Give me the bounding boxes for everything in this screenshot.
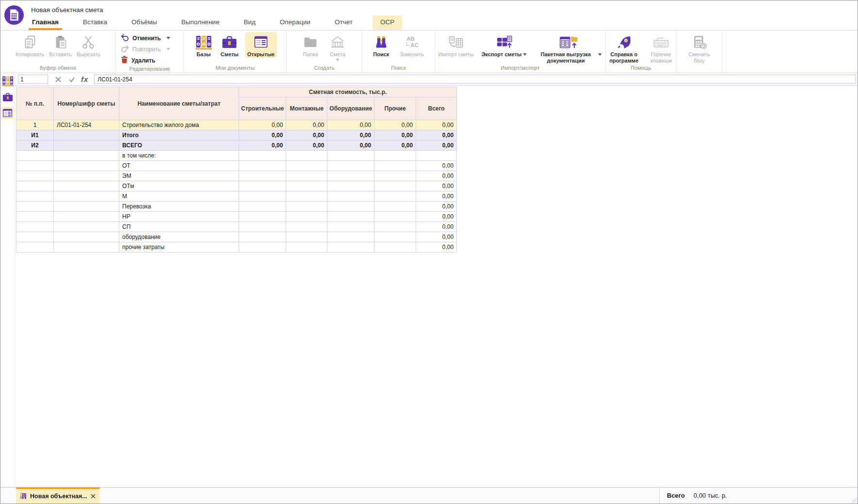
grid-cell[interactable] bbox=[54, 222, 119, 232]
grid-cell[interactable]: оборудование bbox=[119, 232, 239, 242]
grid-cell[interactable]: 0,00 bbox=[416, 222, 457, 232]
grid-cell[interactable] bbox=[239, 212, 286, 222]
undo-button[interactable]: Отменить bbox=[121, 33, 178, 43]
tab-osr[interactable]: ОСР bbox=[372, 16, 402, 30]
grid-cell[interactable]: 0,00 bbox=[416, 141, 457, 151]
formula-input[interactable] bbox=[94, 75, 856, 84]
grid-cell[interactable]: 0,00 bbox=[416, 232, 457, 242]
grid-cell[interactable] bbox=[54, 181, 119, 191]
batch-export-caret-icon[interactable] bbox=[598, 53, 602, 56]
hotkeys-button[interactable]: Горячие клавиши bbox=[646, 32, 676, 64]
delete-button[interactable]: Удалить bbox=[121, 56, 178, 65]
grid-cell[interactable] bbox=[327, 161, 374, 171]
grid-cell[interactable]: 0,00 bbox=[416, 171, 457, 181]
grid-cell[interactable] bbox=[239, 202, 286, 212]
grid-cell[interactable] bbox=[374, 242, 416, 252]
grid-cell[interactable]: 0,00 bbox=[416, 202, 457, 212]
grid-cell[interactable] bbox=[16, 222, 54, 232]
grid-cell[interactable] bbox=[327, 212, 374, 222]
grid-cell[interactable]: 0,00 bbox=[327, 141, 374, 151]
grid-cell[interactable] bbox=[327, 222, 374, 232]
grid-cell[interactable] bbox=[286, 161, 327, 171]
grid-cell[interactable]: СП bbox=[119, 222, 239, 232]
grid-cell[interactable] bbox=[54, 232, 119, 242]
grid-cell[interactable]: 0,00 bbox=[239, 120, 286, 130]
grid-cell[interactable]: 0,00 bbox=[416, 161, 457, 171]
copy-button[interactable]: Копировать bbox=[13, 32, 47, 58]
grid-cell[interactable]: Итого bbox=[119, 130, 239, 141]
grid-cell[interactable]: в том числе: bbox=[119, 151, 239, 161]
grid-cell[interactable]: ЛС01-01-254 bbox=[54, 120, 119, 130]
grid-cell[interactable] bbox=[16, 212, 54, 222]
grid-cell[interactable] bbox=[239, 181, 286, 191]
grid-cell[interactable] bbox=[54, 202, 119, 212]
grid-cell[interactable]: 0,00 bbox=[374, 120, 416, 130]
grid-cell[interactable] bbox=[54, 151, 119, 161]
grid-cell[interactable] bbox=[327, 181, 374, 191]
grid-cell[interactable]: 0,00 bbox=[327, 120, 374, 130]
grid-cell[interactable] bbox=[16, 232, 54, 242]
redo-button[interactable]: Повторить bbox=[121, 45, 178, 54]
replace-button[interactable]: ABAC Заменить bbox=[397, 32, 426, 58]
tab-vstavka[interactable]: Вставка bbox=[79, 16, 112, 30]
new-estimate-button[interactable]: Смета bbox=[327, 32, 348, 61]
grid-cell[interactable]: 0,00 bbox=[416, 120, 457, 130]
sidebar-bases-icon[interactable] bbox=[1, 75, 14, 87]
grid-cell[interactable]: 0,00 bbox=[327, 130, 374, 141]
grid-cell[interactable] bbox=[286, 242, 327, 252]
change-db-button[interactable]: Сменить базу bbox=[684, 32, 715, 64]
grid-cell[interactable] bbox=[286, 202, 327, 212]
grid-cell[interactable] bbox=[374, 161, 416, 171]
cut-button[interactable]: Вырезать bbox=[74, 32, 103, 58]
estimates-button[interactable]: Сметы bbox=[218, 32, 241, 58]
about-button[interactable]: Справка о программе bbox=[606, 32, 642, 64]
grid-cell[interactable]: Строительство жилого дома bbox=[119, 120, 239, 130]
undo-dropdown-caret-icon[interactable] bbox=[166, 37, 170, 39]
export-estimate-button[interactable]: Экспорт сметы bbox=[479, 32, 530, 58]
grid-cell[interactable]: М bbox=[119, 191, 239, 202]
search-button[interactable]: Поиск bbox=[371, 32, 391, 58]
function-icon[interactable]: fx bbox=[81, 75, 88, 83]
tab-vypolnenie[interactable]: Выполнение bbox=[177, 16, 224, 30]
new-estimate-caret-icon[interactable] bbox=[336, 59, 340, 61]
grid-cell[interactable]: 0,00 bbox=[416, 191, 457, 202]
grid-cell[interactable] bbox=[54, 212, 119, 222]
sidebar-estimates-icon[interactable] bbox=[1, 91, 14, 103]
grid-cell[interactable] bbox=[239, 161, 286, 171]
grid-cell[interactable] bbox=[327, 171, 374, 181]
grid-cell[interactable] bbox=[16, 151, 54, 161]
confirm-entry-icon[interactable] bbox=[68, 76, 75, 83]
grid-cell[interactable] bbox=[239, 191, 286, 202]
grid-cell[interactable]: 0,00 bbox=[239, 141, 286, 151]
sidebar-opened-icon[interactable] bbox=[1, 107, 14, 119]
grid-cell[interactable] bbox=[286, 191, 327, 202]
grid-cell[interactable] bbox=[327, 232, 374, 242]
grid-cell[interactable] bbox=[54, 141, 119, 151]
grid-cell[interactable] bbox=[286, 222, 327, 232]
grid-cell[interactable] bbox=[286, 212, 327, 222]
redo-dropdown-caret-icon[interactable] bbox=[166, 48, 170, 50]
resize-grip[interactable] bbox=[852, 498, 857, 503]
grid-cell[interactable]: прочие затраты bbox=[119, 242, 239, 252]
grid-cell[interactable]: ВСЕГО bbox=[119, 141, 239, 151]
grid-cell[interactable] bbox=[374, 151, 416, 161]
grid-cell[interactable] bbox=[239, 171, 286, 181]
grid-cell[interactable]: ЭМ bbox=[119, 171, 239, 181]
grid-cell[interactable] bbox=[239, 232, 286, 242]
grid-cell[interactable] bbox=[16, 161, 54, 171]
tab-otchet[interactable]: Отчет bbox=[330, 16, 357, 30]
document-tab[interactable]: Новая объектная... bbox=[16, 488, 99, 504]
grid-cell[interactable] bbox=[54, 130, 119, 141]
grid-cell[interactable] bbox=[286, 181, 327, 191]
grid-cell[interactable] bbox=[16, 181, 54, 191]
grid-cell[interactable]: Перевозка bbox=[119, 202, 239, 212]
grid-cell[interactable] bbox=[374, 171, 416, 181]
grid-cell[interactable] bbox=[54, 242, 119, 252]
grid-cell[interactable] bbox=[239, 242, 286, 252]
grid-cell[interactable] bbox=[327, 242, 374, 252]
grid-cell[interactable]: 0,00 bbox=[416, 130, 457, 141]
cancel-entry-icon[interactable] bbox=[55, 76, 62, 83]
grid-cell[interactable] bbox=[16, 191, 54, 202]
tab-operacii[interactable]: Операции bbox=[275, 16, 315, 30]
grid-cell[interactable]: 0,00 bbox=[374, 141, 416, 151]
